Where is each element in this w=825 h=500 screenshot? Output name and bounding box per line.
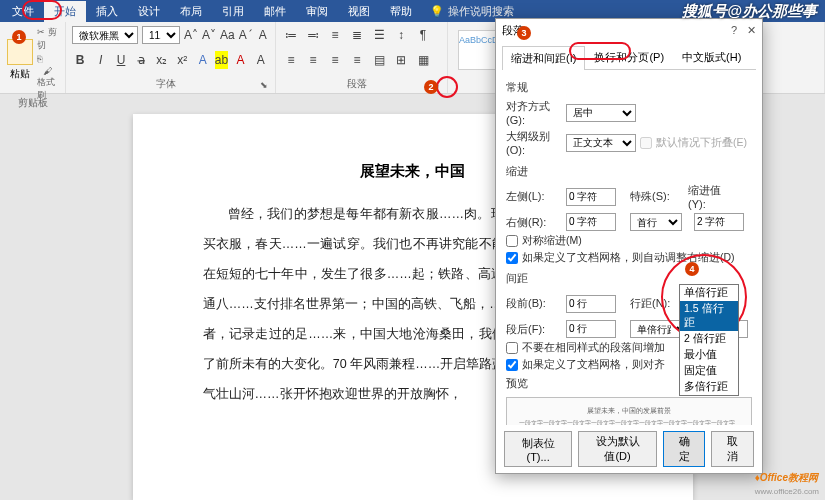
tab-layout[interactable]: 布局 — [170, 1, 212, 22]
paragraph-dialog: 段落 ? ✕ 缩进和间距(I) 换行和分页(P) 中文版式(H) 常规 对齐方式… — [495, 18, 763, 474]
font-size-select[interactable]: 11.5 — [142, 26, 180, 44]
clear-fmt-icon[interactable]: A — [257, 26, 269, 44]
tab-home[interactable]: 开始 — [44, 1, 86, 22]
tab-design[interactable]: 设计 — [128, 1, 170, 22]
shading-icon[interactable]: ⊞ — [392, 51, 410, 69]
format-painter-button[interactable]: 🖌格式刷 — [37, 66, 57, 94]
font-color-icon[interactable]: A — [232, 51, 248, 69]
superscript-button[interactable]: x² — [174, 51, 190, 69]
sort-icon[interactable]: ↕ — [392, 26, 410, 44]
help-icon[interactable]: ? — [731, 24, 737, 37]
strike-button[interactable]: a̶ — [133, 51, 149, 69]
ls-option-single[interactable]: 单倍行距 — [680, 285, 738, 301]
anno-num-2: 2 — [424, 80, 438, 94]
cut-button[interactable]: ✂ 剪切 — [37, 26, 59, 52]
alignment-select[interactable]: 居中 — [566, 104, 636, 122]
para-group-label: 段落 — [282, 77, 431, 91]
section-general: 常规 — [506, 80, 752, 95]
ls-option-exact[interactable]: 固定值 — [680, 363, 738, 379]
section-indent: 缩进 — [506, 164, 752, 179]
outline-select[interactable]: 正文文本 — [566, 134, 636, 152]
group-paragraph: ≔ ≕ ≡ ≣ ☰ ↕ ¶ ≡ ≡ ≡ ≡ ▤ ⊞ ▦ 段落⬊ — [276, 22, 448, 93]
subscript-button[interactable]: x₂ — [154, 51, 170, 69]
dec-indent-icon[interactable]: ≣ — [348, 26, 366, 44]
clipboard-label: 剪贴板 — [6, 96, 59, 110]
default-button[interactable]: 设为默认值(D) — [578, 431, 657, 467]
char-border-icon[interactable]: A — [253, 51, 269, 69]
numbering-icon[interactable]: ≕ — [304, 26, 322, 44]
change-case-icon[interactable]: Aa — [220, 26, 235, 44]
anno-num-1: 1 — [12, 30, 26, 44]
indent-right-input[interactable] — [566, 213, 616, 231]
auto-adjust-checkbox[interactable] — [506, 252, 518, 264]
anno-num-4: 4 — [685, 262, 699, 276]
line-spacing-icon[interactable]: ▤ — [370, 51, 388, 69]
font-name-select[interactable]: 微软雅黑 — [72, 26, 138, 44]
ls-option-1-5[interactable]: 1.5 倍行距 — [680, 301, 738, 331]
snap-grid-checkbox[interactable] — [506, 359, 518, 371]
align-right-icon[interactable]: ≡ — [326, 51, 344, 69]
tell-me[interactable]: 💡操作说明搜索 — [430, 4, 514, 19]
tab-review[interactable]: 审阅 — [296, 1, 338, 22]
underline-button[interactable]: U — [113, 51, 129, 69]
indent-left-input[interactable] — [566, 188, 616, 206]
justify-icon[interactable]: ≡ — [348, 51, 366, 69]
space-after-input[interactable] — [566, 320, 616, 338]
ok-button[interactable]: 确定 — [663, 431, 706, 467]
dlg-tab-indent[interactable]: 缩进和间距(I) — [502, 46, 585, 70]
bulb-icon: 💡 — [430, 5, 444, 18]
ls-option-multiple[interactable]: 多倍行距 — [680, 379, 738, 395]
watermark-bottom: ♦Office教程网www.office26.com — [755, 471, 819, 496]
special-indent-select[interactable]: 首行 — [630, 213, 682, 231]
ls-option-double[interactable]: 2 倍行距 — [680, 331, 738, 347]
dlg-tab-breaks[interactable]: 换行和分页(P) — [585, 45, 673, 69]
mirror-indent-checkbox[interactable] — [506, 235, 518, 247]
text-effects-icon[interactable]: A — [194, 51, 210, 69]
tab-insert[interactable]: 插入 — [86, 1, 128, 22]
line-spacing-dropdown: 单倍行距 1.5 倍行距 2 倍行距 最小值 固定值 多倍行距 — [679, 284, 739, 396]
bold-button[interactable]: B — [72, 51, 88, 69]
cancel-button[interactable]: 取消 — [711, 431, 754, 467]
phonetic-icon[interactable]: Aˊ — [239, 26, 253, 44]
bullets-icon[interactable]: ≔ — [282, 26, 300, 44]
font-group-label: 字体 — [72, 77, 259, 91]
group-clipboard: 粘贴 ✂ 剪切 ⎘ 🖌格式刷 剪贴板 — [0, 22, 66, 93]
align-center-icon[interactable]: ≡ — [304, 51, 322, 69]
inc-indent-icon[interactable]: ☰ — [370, 26, 388, 44]
group-font: 微软雅黑 11.5 A˄ A˅ Aa Aˊ A B I U a̶ x₂ x² A… — [66, 22, 276, 93]
paste-button[interactable]: 粘贴 — [6, 39, 33, 81]
dlg-tab-asian[interactable]: 中文版式(H) — [673, 45, 750, 69]
no-space-checkbox[interactable] — [506, 342, 518, 354]
tabs-button[interactable]: 制表位(T)... — [504, 431, 572, 467]
tab-file[interactable]: 文件 — [2, 1, 44, 22]
preview-box: 展望未来，中国的发展前景 一段文字一段文字一段文字一段文字一段文字一段文字一段文… — [506, 397, 752, 425]
tab-help[interactable]: 帮助 — [380, 1, 422, 22]
anno-num-3: 3 — [517, 26, 531, 40]
font-dialog-launcher[interactable]: ⬊ — [259, 79, 269, 91]
indent-by-input[interactable] — [694, 213, 744, 231]
italic-button[interactable]: I — [92, 51, 108, 69]
watermark-top: 搜狐号@办公那些事 — [682, 2, 817, 21]
space-before-input[interactable] — [566, 295, 616, 313]
copy-button[interactable]: ⎘ — [37, 54, 59, 64]
grow-font-icon[interactable]: A˄ — [184, 26, 198, 44]
tab-view[interactable]: 视图 — [338, 1, 380, 22]
ls-option-atleast[interactable]: 最小值 — [680, 347, 738, 363]
shrink-font-icon[interactable]: A˅ — [202, 26, 216, 44]
tab-references[interactable]: 引用 — [212, 1, 254, 22]
close-icon[interactable]: ✕ — [747, 24, 756, 37]
show-marks-icon[interactable]: ¶ — [414, 26, 432, 44]
highlight-icon[interactable]: ab — [215, 51, 228, 69]
collapse-checkbox[interactable] — [640, 137, 652, 149]
align-left-icon[interactable]: ≡ — [282, 51, 300, 69]
multilevel-icon[interactable]: ≡ — [326, 26, 344, 44]
borders-icon[interactable]: ▦ — [414, 51, 432, 69]
tab-mailings[interactable]: 邮件 — [254, 1, 296, 22]
